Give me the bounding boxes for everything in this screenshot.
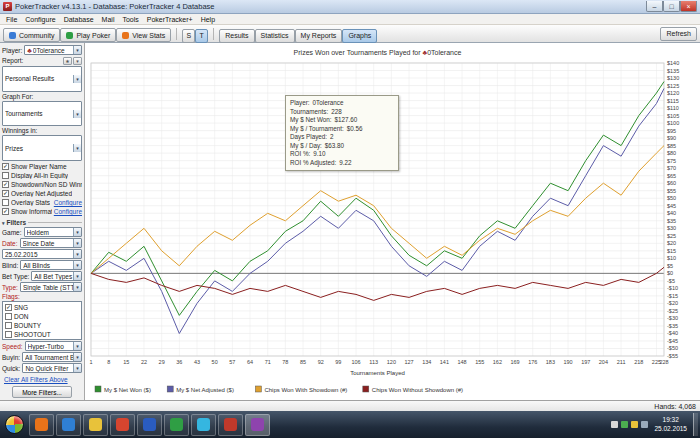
- taskbar-app-icon-app-7[interactable]: [191, 414, 216, 436]
- option-show-player-name[interactable]: ✓Show Player Name: [2, 162, 82, 171]
- section-button-community[interactable]: Community: [3, 28, 60, 42]
- menu-database[interactable]: Database: [60, 16, 98, 23]
- y-tick-label: $35: [667, 218, 676, 224]
- report-select[interactable]: Personal Results ▾: [2, 66, 82, 92]
- flag-sng[interactable]: ✓SNG: [5, 303, 79, 311]
- taskbar-app-icon-app-2[interactable]: [56, 414, 81, 436]
- taskbar-app-icon-app-9[interactable]: [245, 414, 270, 436]
- option-overlay-stats[interactable]: Overlay StatsConfigure: [2, 198, 82, 207]
- info-value: $63.80: [325, 142, 344, 151]
- configure-link[interactable]: Configure: [54, 199, 82, 206]
- menu-tools[interactable]: Tools: [118, 16, 142, 23]
- close-button[interactable]: ×: [680, 1, 697, 12]
- checkbox-icon[interactable]: [2, 172, 9, 179]
- y-tick-label: $125: [667, 83, 679, 89]
- checkbox-icon[interactable]: [2, 199, 9, 206]
- refresh-button[interactable]: Refresh: [660, 27, 697, 41]
- checkbox-icon[interactable]: [5, 331, 12, 338]
- tab-my-reports[interactable]: My Reports: [295, 29, 343, 43]
- option-show-information-box[interactable]: ✓Show Information BoxConfigure: [2, 207, 82, 216]
- x-tick-label: 50: [212, 359, 218, 365]
- menu-pokertracker[interactable]: PokerTracker+: [143, 16, 197, 23]
- report-favorite-button[interactable]: ★: [63, 57, 72, 65]
- taskbar-clock[interactable]: 19:32 25.02.2015: [654, 416, 687, 432]
- filter-select-buyin[interactable]: All Tournament Buyins▾: [22, 352, 82, 362]
- tab-statistics[interactable]: Statistics: [255, 29, 295, 43]
- checkbox-icon[interactable]: [5, 313, 12, 320]
- x-tick-label: 211: [617, 359, 626, 365]
- filter-select-blind[interactable]: All Blinds▾: [20, 260, 82, 270]
- info-label: My $ / Tournament:: [290, 125, 344, 134]
- start-button[interactable]: [5, 415, 24, 434]
- x-tick-label: 78: [282, 359, 288, 365]
- tab-results[interactable]: Results: [219, 29, 254, 43]
- menu-configure[interactable]: Configure: [21, 16, 59, 23]
- minimize-button[interactable]: –: [646, 1, 663, 12]
- tray-icon-tray-1[interactable]: [611, 421, 618, 428]
- configure-link[interactable]: Configure: [54, 208, 82, 215]
- flag-don[interactable]: DON: [5, 312, 79, 320]
- option-showdown-non-sd-winnings[interactable]: ✓Showdown/Non SD Winnings: [2, 180, 82, 189]
- show-desktop-button[interactable]: [693, 413, 698, 436]
- option-overlay-net-adjusted[interactable]: ✓Overlay Net Adjusted: [2, 189, 82, 198]
- filter-row-buyin: Buyin:All Tournament Buyins▾: [2, 352, 82, 362]
- checkbox-icon[interactable]: ✓: [2, 163, 9, 170]
- option-display-all-in-equity[interactable]: Display All-in Equity: [2, 171, 82, 180]
- report-options-button[interactable]: ▾: [73, 57, 82, 65]
- menu-mail[interactable]: Mail: [98, 16, 119, 23]
- toggle-button-s[interactable]: S: [182, 29, 195, 43]
- taskbar-app-icon-app-1[interactable]: [29, 414, 54, 436]
- y-tick-label: $140: [667, 60, 679, 66]
- filter-date-input[interactable]: 25.02.2015▾: [2, 249, 82, 259]
- filter-select-date[interactable]: Since Date▾: [20, 238, 82, 248]
- clear-all-filters-link[interactable]: Clear All Filters Above: [4, 376, 82, 383]
- winnings-in-select[interactable]: Prizes ▾: [2, 135, 82, 161]
- info-value: 0Tolerance: [313, 99, 344, 108]
- filter-label-bet-type: Bet Type:: [2, 273, 29, 280]
- taskbar-app-icon-app-8[interactable]: [218, 414, 243, 436]
- more-filters-button[interactable]: More Filters...: [12, 386, 72, 398]
- taskbar-app-icon-app-5[interactable]: [137, 414, 162, 436]
- y-tick-label: $40: [667, 210, 676, 216]
- section-button-play-poker[interactable]: Play Poker: [60, 28, 116, 42]
- tray-icon-tray-4[interactable]: [641, 421, 648, 428]
- menu-file[interactable]: File: [2, 16, 21, 23]
- filter-select-quick[interactable]: No Quick Filter▾: [22, 363, 82, 373]
- checkbox-icon[interactable]: ✓: [5, 304, 12, 311]
- y-tick-label: -$5: [667, 278, 675, 284]
- flag-shootout[interactable]: SHOOTOUT: [5, 330, 79, 338]
- checkbox-icon[interactable]: ✓: [2, 190, 9, 197]
- y-tick-label: $70: [667, 165, 676, 171]
- filter-select-game[interactable]: Holdem▾: [24, 227, 82, 237]
- filter-select-speed[interactable]: Hyper-Turbo▾: [25, 341, 82, 351]
- y-tick-label: -$40: [667, 330, 678, 336]
- checkbox-icon[interactable]: ✓: [2, 181, 9, 188]
- y-tick-label: $80: [667, 150, 676, 156]
- graph-for-select[interactable]: Tournaments ▾: [2, 101, 82, 127]
- tab-graphs[interactable]: Graphs: [342, 29, 377, 43]
- tray-icon-tray-3[interactable]: [631, 421, 638, 428]
- chevron-down-icon: ▾: [73, 261, 81, 269]
- tray-icon-tray-2[interactable]: [621, 421, 628, 428]
- taskbar-app-icon-app-3[interactable]: [83, 414, 108, 436]
- player-label: Player:: [2, 47, 22, 54]
- legend-swatch: [255, 386, 261, 392]
- maximize-button[interactable]: □: [663, 1, 680, 12]
- player-select[interactable]: ♣ 0Tolerance ▾: [24, 45, 82, 55]
- chevron-down-icon: ▾: [73, 272, 81, 280]
- taskbar-app-icon-app-4[interactable]: [110, 414, 135, 436]
- y-tick-label: $50: [667, 195, 676, 201]
- menu-help[interactable]: Help: [197, 16, 219, 23]
- section-button-view-stats[interactable]: View Stats: [116, 28, 171, 42]
- checkbox-icon[interactable]: ✓: [2, 208, 9, 215]
- checkbox-icon[interactable]: [5, 322, 12, 329]
- chart-title: Prizes Won over Tournaments Played for ♣…: [294, 49, 462, 57]
- filter-select-bet-type[interactable]: All Bet Types▾: [31, 271, 82, 281]
- filters-header[interactable]: ▾ Filters: [2, 219, 82, 226]
- x-tick-label: 218: [634, 359, 643, 365]
- toolbar-separator: [176, 28, 177, 40]
- flag-bounty[interactable]: BOUNTY: [5, 321, 79, 329]
- filter-select-type[interactable]: Single Table (STT)▾: [20, 282, 82, 292]
- taskbar-app-icon-app-6[interactable]: [164, 414, 189, 436]
- toggle-button-t[interactable]: T: [195, 29, 208, 43]
